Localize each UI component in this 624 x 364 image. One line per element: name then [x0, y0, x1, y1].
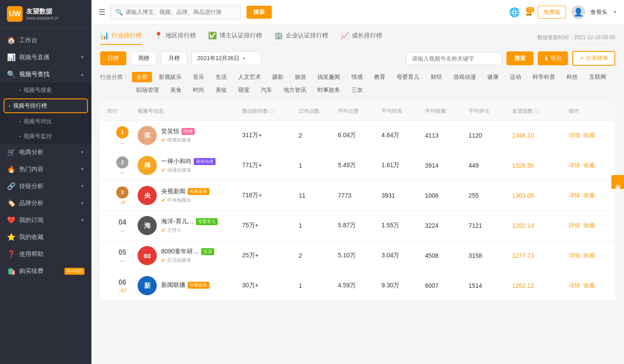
avg-likes: 5.87万 — [338, 222, 381, 229]
fans-count: 75万+ — [242, 222, 299, 229]
sidebar-item-video-find[interactable]: 🔍 视频号查找 ▲ — [0, 66, 91, 83]
industry-tag-科学科普[interactable]: 科学科普 — [528, 72, 560, 82]
free-version-button[interactable]: 免费版 — [538, 6, 566, 19]
industry-tag-摄影[interactable]: 摄影 — [268, 72, 288, 82]
collect-link[interactable]: 收藏 — [584, 162, 595, 169]
detail-link[interactable]: 详情 — [569, 222, 580, 229]
collect-link[interactable]: 收藏 — [584, 252, 595, 260]
sidebar-item-video-search[interactable]: • 视频号搜索 — [0, 83, 91, 98]
sidebar-item-brand[interactable]: 🏷️ 品牌分析 ▼ — [0, 195, 91, 212]
rank-search-input[interactable] — [406, 52, 502, 65]
industry-tag-美食[interactable]: 美食 — [166, 85, 186, 95]
filter-weekly-button[interactable]: 周榜 — [131, 51, 157, 65]
user-avatar[interactable]: 👤 — [571, 5, 585, 19]
industry-tag-职场管理[interactable]: 职场管理 — [132, 85, 163, 95]
detail-link[interactable]: 详情 — [569, 252, 580, 260]
avg-saves: 4508 — [425, 252, 469, 259]
industry-tag-运动[interactable]: 运动 — [506, 72, 526, 82]
industry-tag-母婴育儿[interactable]: 母婴育儿 — [392, 72, 424, 82]
rank-search-button[interactable]: 搜索 — [506, 51, 533, 65]
industry-tag-时尚[interactable]: 时尚 — [189, 85, 209, 95]
notification-button[interactable]: 🔔 72 — [525, 9, 533, 16]
sidebar-label-chain: 挂链分析 — [19, 182, 76, 190]
avg-comments: 449 — [469, 162, 512, 169]
avatar: 禅 — [138, 156, 157, 175]
sidebar-item-purchase[interactable]: 🛍️ 购买续费 年付6折 — [0, 263, 91, 280]
sidebar-item-video-live[interactable]: 📊 视频号直播 ▼ — [0, 49, 91, 66]
sidebar-item-subscription[interactable]: ❤️ 我的订阅 ▼ — [0, 212, 91, 229]
sidebar: UW 友望数据 www.youwant.cn 🏠 工作台 📊 视频号直播 ▼ 🔍… — [0, 0, 91, 364]
industry-tag-美妆[interactable]: 美妆 — [211, 85, 231, 95]
detail-link[interactable]: 详情 — [569, 192, 580, 199]
star-icon: ⭐ — [7, 233, 15, 241]
sidebar-item-video-compare[interactable]: • 视频号对比 — [0, 114, 91, 129]
industry-tag-搞笑趣闻[interactable]: 搞笑趣闻 — [313, 72, 344, 82]
sidebar-item-chain[interactable]: 🔗 挂链分析 ▼ — [0, 178, 91, 195]
tab-cert-rank[interactable]: ✅ 博主认证排行榜 — [208, 31, 262, 45]
sidebar-item-ecommerce[interactable]: 🛒 电商分析 ▼ — [0, 144, 91, 161]
collect-link[interactable]: 收藏 — [584, 131, 595, 139]
industry-tag-情感[interactable]: 情感 — [347, 72, 367, 82]
collect-link[interactable]: 收藏 — [584, 222, 595, 229]
sidebar-item-video-monitor[interactable]: • 视频号监控 — [0, 129, 91, 144]
user-dropdown-arrow[interactable]: ▼ — [613, 10, 617, 14]
sidebar-item-video-rank[interactable]: • 视频号排行榜 — [3, 98, 88, 113]
filter-monthly-button[interactable]: 月榜 — [161, 51, 187, 65]
rank-change: ↑8 — [120, 200, 125, 205]
table-row: 06 ↑82 新 新闻联播 时事政务 30万+ 1 4.59万 9.30万 60… — [100, 271, 615, 301]
fans-count: 771万+ — [242, 162, 299, 169]
industry-tag-人文艺术[interactable]: 人文艺术 — [234, 72, 265, 82]
industry-tag-萌宠[interactable]: 萌宠 — [234, 85, 254, 95]
sidebar-item-hot-content[interactable]: 🔥 热门内容 ▼ — [0, 161, 91, 178]
tab-region-rank[interactable]: 📍 地区排行榜 — [154, 31, 196, 45]
menu-toggle-icon[interactable]: ☰ — [98, 7, 105, 17]
avg-comments: 7121 — [469, 222, 512, 229]
avg-likes: 6.04万 — [338, 131, 381, 139]
industry-tag-科技[interactable]: 科技 — [562, 72, 582, 82]
tab-industry-rank[interactable]: 📊 行业排行榜 — [100, 31, 142, 45]
industry-tag-游戏动漫[interactable]: 游戏动漫 — [449, 72, 480, 82]
industry-tag-旅游[interactable]: 旅游 — [290, 72, 310, 82]
share-button[interactable]: ↗ 分享榜单 — [572, 51, 615, 66]
detail-link[interactable]: 详情 — [569, 162, 580, 169]
industry-tag-生活[interactable]: 生活 — [211, 72, 231, 82]
industry-tag-教育[interactable]: 教育 — [370, 72, 390, 82]
sidebar-item-help[interactable]: ❓ 使用帮助 — [0, 246, 91, 263]
industry-tag-地方资讯[interactable]: 地方资讯 — [279, 85, 310, 95]
avg-shares: 9.30万 — [381, 282, 425, 290]
collect-link[interactable]: 收藏 — [584, 282, 595, 290]
arrow-down-icon4: ▼ — [80, 184, 84, 189]
industry-tag-全部[interactable]: 全部 — [132, 72, 152, 82]
avg-comments: 1514 — [469, 282, 512, 289]
industry-tag-三农[interactable]: 三农 — [347, 85, 367, 95]
industry-tag-互联网[interactable]: 互联网 — [585, 72, 611, 82]
industry-tag-时事政务[interactable]: 时事政务 — [313, 85, 344, 95]
rank-number: 06 — [118, 279, 126, 286]
industry-tag-音乐[interactable]: 音乐 — [189, 72, 209, 82]
detail-link[interactable]: 详情 — [569, 131, 580, 139]
sidebar-item-collection[interactable]: ⭐ 我的收藏 — [0, 229, 91, 246]
tab-growth-rank[interactable]: 📈 成长排行榜 — [341, 31, 382, 45]
collect-link[interactable]: 收藏 — [584, 192, 595, 199]
top-search-button[interactable]: 搜索 — [246, 6, 272, 19]
date-select[interactable]: 2021年12月26日 ▼ — [192, 51, 261, 65]
table-row: 05 — 80 8090童年研… 生活 ✔ 生活自媒体 25万+ 2 5.10万… — [100, 241, 615, 271]
detail-link[interactable]: 详情 — [569, 282, 580, 290]
export-button[interactable]: ⬇ 导出 — [538, 51, 568, 65]
sidebar-item-workbench[interactable]: 🏠 工作台 — [0, 32, 91, 49]
account-tag: 游戏动漫 — [194, 158, 216, 165]
top-search-icon: 🔍 — [115, 9, 123, 16]
industry-tag-健康[interactable]: 健康 — [483, 72, 503, 82]
industry-tag-财经[interactable]: 财经 — [426, 72, 446, 82]
industry-tag-影视娱乐[interactable]: 影视娱乐 — [155, 72, 186, 82]
side-contact-button[interactable]: 联系客服 — [611, 175, 624, 189]
tab-enterprise-rank[interactable]: 🏢 企业认证排行榜 — [274, 31, 328, 45]
sidebar-label-brand: 品牌分析 — [19, 199, 76, 207]
globe-icon[interactable]: 🌐 — [509, 7, 520, 17]
topbar-right: 🌐 🔔 72 免费版 👤 鱼骨头 ▼ — [509, 5, 617, 19]
rank-number: 04 — [118, 219, 126, 226]
industry-tag-汽车[interactable]: 汽车 — [256, 85, 277, 95]
export-icon: ⬇ — [544, 55, 549, 62]
top-search-input[interactable] — [125, 9, 221, 15]
filter-daily-button[interactable]: 日榜 — [100, 51, 126, 65]
